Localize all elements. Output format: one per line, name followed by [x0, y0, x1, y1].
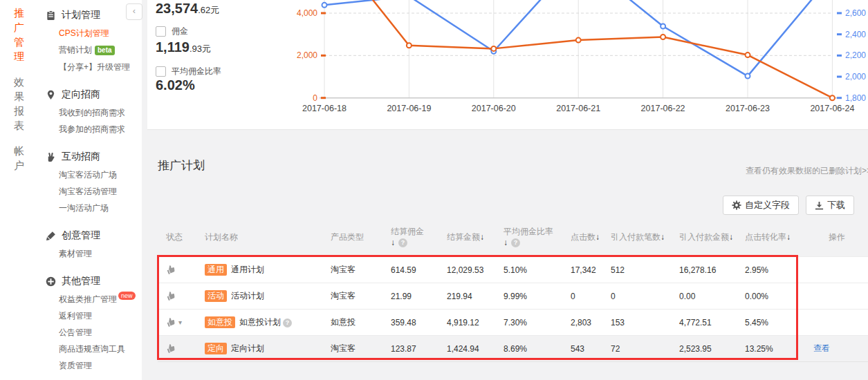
menu-section-title[interactable]: 其他管理	[38, 272, 142, 291]
checkbox[interactable]	[156, 26, 166, 37]
sidebar-item-label: 营销计划	[59, 45, 92, 55]
view-link[interactable]: 查看	[809, 343, 830, 353]
cell-value: 9.99%	[495, 292, 562, 301]
plan-type-badge: 通用	[205, 264, 227, 276]
commission-checkbox-row[interactable]: 佣金	[156, 26, 188, 37]
deleted-plans-link[interactable]: 查看仍有效果数据的已删除计划>>	[746, 165, 868, 177]
checkbox[interactable]	[156, 66, 166, 77]
sort-desc-icon[interactable]: ↓	[391, 237, 395, 248]
caret-down-icon[interactable]: ▾	[178, 319, 182, 326]
menu-section-title[interactable]: 定向招商	[38, 85, 142, 104]
table-row-3[interactable]: ▾如意投如意投计划?如意投359.484,919.127.30%2,803153…	[158, 309, 868, 335]
thumb-status-icon[interactable]	[166, 316, 176, 329]
cell-value: 153	[602, 318, 671, 327]
blue-line-point[interactable]	[746, 74, 750, 79]
sidebar-item[interactable]: 我收到的招商需求	[38, 104, 142, 121]
cell-value: 如意投	[322, 316, 382, 328]
trend-chart: 2017-06-182017-06-192017-06-202017-06-21…	[284, 0, 868, 129]
column-header-5[interactable]: 结算金额↓	[438, 218, 495, 256]
table-row-1[interactable]: 通用通用计划淘宝客614.5912,029.535.10%17,34251216…	[158, 256, 868, 283]
sort-desc-icon[interactable]: ↓	[786, 232, 791, 242]
rail-item-3[interactable]: 帐户	[14, 144, 25, 173]
column-header-9[interactable]: 引入付款金额↓	[671, 218, 737, 256]
sidebar-menu: 计划管理CPS计划管理营销计划beta【分享+】升级管理定向招商我收到的招商需求…	[38, 0, 142, 374]
sidebar-item[interactable]: 淘宝客活动管理	[38, 183, 142, 200]
sidebar-item[interactable]: 资质管理	[38, 357, 142, 374]
column-header-4[interactable]: 结算佣金↓?	[382, 218, 438, 256]
header-label: 结算金额	[447, 232, 480, 242]
sort-desc-icon[interactable]: ↓	[661, 232, 665, 242]
page: 推广管理效果报表帐户 ‹ 计划管理CPS计划管理营销计划beta【分享+】升级管…	[0, 0, 868, 380]
thumb-status-icon[interactable]	[166, 343, 176, 355]
menu-section-title[interactable]: 创意管理	[38, 226, 142, 245]
orange-line-point[interactable]	[491, 46, 496, 51]
orange-line-point[interactable]	[661, 35, 665, 39]
cell-value: 512	[602, 265, 671, 275]
left-axis-tick-label: 2,000	[297, 50, 317, 60]
menu-section-title[interactable]: 互动招商	[38, 147, 142, 167]
header-label: 引入付款金额	[679, 232, 729, 242]
sidebar-item[interactable]: 营销计划beta	[38, 41, 142, 59]
sort-desc-icon[interactable]: ↓	[595, 232, 600, 242]
cell-value: 543	[562, 344, 602, 354]
sidebar-item[interactable]: 一淘活动广场	[38, 200, 142, 216]
sidebar-collapse-button[interactable]: ‹	[126, 3, 142, 20]
column-header-8[interactable]: 引入付款笔数↓	[602, 218, 671, 256]
header-label: 平均佣金比率	[504, 226, 562, 237]
sidebar-item[interactable]: 我参加的招商需求	[38, 121, 142, 137]
table-row-4[interactable]: 定向定向计划淘宝客123.871,424.948.69%543722,523.9…	[158, 335, 868, 362]
sidebar-item[interactable]: 商品违规查询工具	[38, 341, 142, 357]
main-content: 23,574.62元 佣金 1,119.93元 平均佣金比率 6.02% 201…	[142, 0, 868, 380]
column-header-10[interactable]: 点击转化率↓	[737, 218, 801, 256]
sort-desc-icon[interactable]: ↓	[729, 232, 733, 242]
cell-value: 8.69%	[495, 344, 562, 354]
checkbox-label: 平均佣金比率	[172, 66, 221, 77]
table-row-2[interactable]: 活动活动计划淘宝客21.99219.949.99%000.000.00%	[158, 283, 868, 309]
sidebar-item[interactable]: 返利管理	[38, 307, 142, 324]
cell-value: 13.25%	[737, 344, 801, 354]
download-button[interactable]: 下载	[806, 196, 854, 215]
cell-value: 0.00%	[737, 292, 801, 301]
rail-item-1[interactable]: 推广管理	[14, 6, 25, 64]
sidebar-item[interactable]: 淘宝客活动广场	[38, 167, 142, 183]
thumb-status-icon[interactable]	[166, 264, 176, 276]
rail-item-2[interactable]: 效果报表	[14, 75, 25, 133]
sidebar-item[interactable]: 素材管理	[38, 245, 142, 262]
column-header-1: 状态	[158, 218, 196, 256]
avg-rate-checkbox-row[interactable]: 平均佣金比率	[156, 66, 221, 77]
cell-value: 0	[602, 292, 671, 301]
sidebar-item[interactable]: 【分享+】升级管理	[38, 59, 142, 75]
orange-line-point[interactable]	[746, 53, 750, 57]
sort-desc-icon[interactable]: ↓	[480, 232, 484, 242]
sidebar-item[interactable]: 权益类推广管理new	[38, 291, 142, 307]
orange-line-point[interactable]	[407, 43, 412, 48]
sidebar-item-label: 我参加的招商需求	[59, 124, 125, 134]
column-header-2: 计划名称	[196, 218, 322, 256]
hand-icon	[45, 151, 56, 162]
orange-line-point[interactable]	[830, 95, 835, 100]
table-header-row: 状态计划名称产品类型结算佣金↓?结算金额↓平均佣金比率↓?点击数↓引入付款笔数↓…	[158, 218, 868, 256]
plan-name[interactable]: 活动计划	[231, 291, 264, 301]
column-header-6[interactable]: 平均佣金比率↓?	[495, 218, 562, 256]
blue-line-point[interactable]	[322, 3, 327, 8]
sidebar-item[interactable]: CPS计划管理	[38, 25, 142, 41]
line-chart-svg: 2017-06-182017-06-192017-06-202017-06-21…	[284, 0, 868, 129]
plan-name[interactable]: 如意投计划	[239, 317, 281, 327]
help-icon[interactable]: ?	[283, 319, 292, 327]
help-icon[interactable]: ?	[511, 238, 520, 247]
plan-name[interactable]: 定向计划	[231, 343, 264, 353]
sidebar-item[interactable]: 公告管理	[38, 324, 142, 341]
thumb-status-icon[interactable]	[166, 290, 176, 303]
right-axis-tick-label: 2,200	[845, 50, 866, 60]
customize-fields-button[interactable]: 自定义字段	[723, 196, 799, 215]
table-body: 通用通用计划淘宝客614.5912,029.535.10%17,34251216…	[158, 256, 868, 362]
column-header-7[interactable]: 点击数↓	[562, 218, 602, 256]
help-icon[interactable]: ?	[398, 238, 407, 247]
orange-line-point[interactable]	[576, 38, 581, 43]
x-axis-label: 2017-06-19	[387, 104, 431, 113]
blue-line-point[interactable]	[661, 24, 665, 29]
sort-desc-icon[interactable]: ↓	[504, 237, 508, 248]
cell-value: 7.30%	[495, 318, 562, 327]
plan-type-badge: 定向	[205, 343, 227, 354]
plan-name[interactable]: 通用计划	[231, 265, 264, 274]
